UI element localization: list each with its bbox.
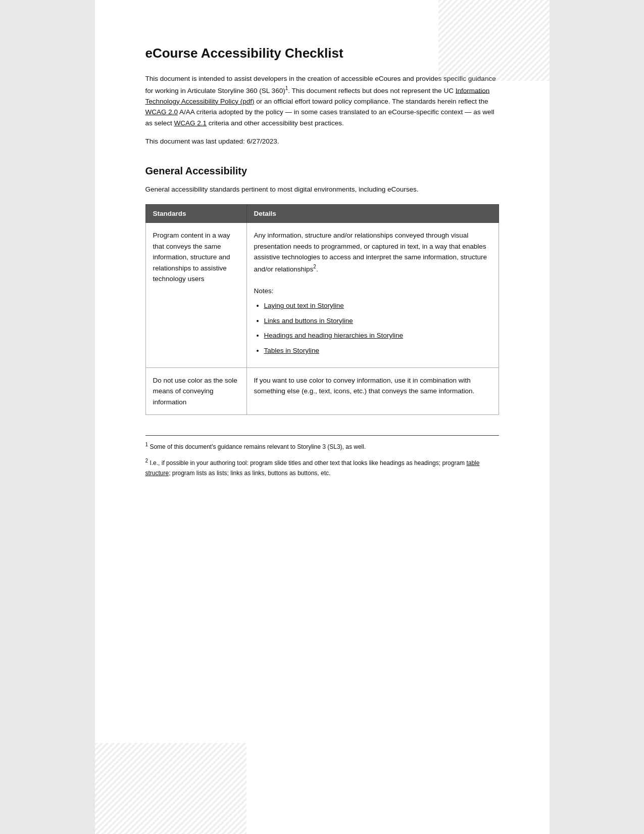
details-text-1: Any information, structure and/or relati… (254, 230, 491, 274)
table-header-row: Standards Details (145, 205, 499, 223)
footnote-1: 1 Some of this document's guidance remai… (145, 441, 499, 452)
list-item: Tables in Storyline (264, 345, 491, 356)
intro-text-p1b: . This document reflects but does not re… (288, 86, 455, 94)
checklist-table: Standards Details Program content in a w… (145, 204, 499, 415)
footnote-ref-2: 2 (313, 264, 316, 269)
col-header-details: Details (246, 205, 499, 223)
table-row: Do not use color as the sole means of co… (145, 367, 499, 415)
table-row: Program content in a way that conveys th… (145, 223, 499, 367)
main-title: eCourse Accessibility Checklist (145, 45, 499, 61)
wcag20-link[interactable]: WCAG 2.0 (145, 108, 178, 116)
wcag21-link[interactable]: WCAG 2.1 (174, 119, 207, 127)
page-container: eCourse Accessibility Checklist This doc… (95, 0, 550, 834)
notes-list-1: Laying out text in Storyline Links and b… (254, 300, 491, 356)
intro-text-p1e: criteria and other accessibility best pr… (207, 119, 344, 127)
section1-desc: General accessibility standards pertinen… (145, 184, 499, 195)
deco-bottom-left (95, 743, 246, 834)
intro-text-p1c: or an official effort toward policy comp… (255, 98, 488, 105)
svg-rect-3 (95, 743, 246, 834)
svg-rect-1 (438, 0, 550, 81)
list-item: Headings and heading hierarchies in Stor… (264, 330, 491, 341)
list-item: Laying out text in Storyline (264, 300, 491, 311)
link-headings[interactable]: Headings and heading hierarchies in Stor… (264, 332, 403, 339)
footnote-2: 2 I.e., if possible in your authoring to… (145, 457, 499, 478)
section1-title: General Accessibility (145, 165, 499, 177)
details-cell-1: Any information, structure and/or relati… (246, 223, 499, 367)
col-header-standards: Standards (145, 205, 246, 223)
link-tables[interactable]: Tables in Storyline (264, 347, 320, 354)
notes-label-1: Notes: (254, 286, 491, 297)
link-laying-out-text[interactable]: Laying out text in Storyline (264, 302, 344, 309)
footnotes-section: 1 Some of this document's guidance remai… (145, 435, 499, 478)
details-cell-2: If you want to use color to convey infor… (246, 367, 499, 415)
last-updated: This document was last updated: 6/27/202… (145, 137, 499, 145)
link-links-and-buttons[interactable]: Links and buttons in Storyline (264, 317, 353, 325)
intro-paragraph: This document is intended to assist deve… (145, 73, 499, 128)
list-item: Links and buttons in Storyline (264, 315, 491, 327)
deco-top-right (438, 0, 550, 81)
standard-cell-1: Program content in a way that conveys th… (145, 223, 246, 367)
standard-cell-2: Do not use color as the sole means of co… (145, 367, 246, 415)
